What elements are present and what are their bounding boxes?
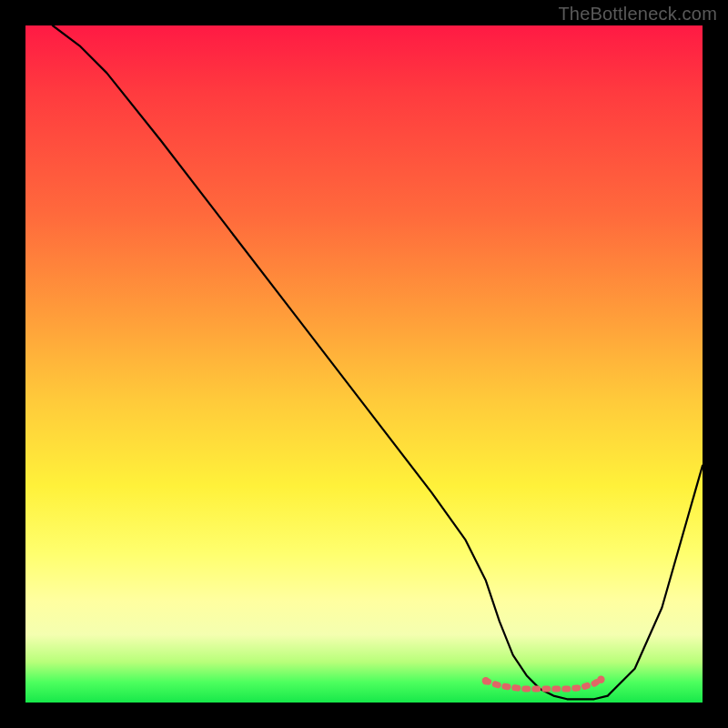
- chart-frame: TheBottleneck.com: [0, 0, 728, 728]
- plot-area: [25, 25, 703, 703]
- optimal-range-line: [486, 680, 602, 689]
- curve-layer: [25, 25, 703, 703]
- optimal-range-end: [482, 677, 490, 684]
- bottleneck-curve: [53, 25, 703, 699]
- optimal-range-markers: [482, 676, 605, 690]
- optimal-range-end: [597, 676, 604, 683]
- watermark-text: TheBottleneck.com: [558, 4, 717, 25]
